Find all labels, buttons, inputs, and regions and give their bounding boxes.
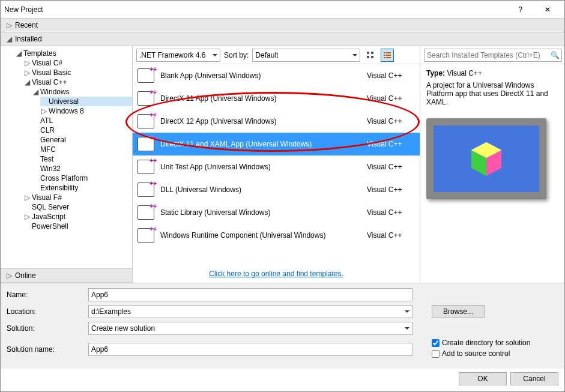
- tree-visual-fsharp[interactable]: ▷Visual F#: [23, 193, 132, 202]
- svg-rect-6: [384, 55, 385, 56]
- template-lang: Visual C++: [367, 71, 415, 80]
- tree-visual-basic[interactable]: ▷Visual Basic: [23, 68, 132, 77]
- solution-dropdown[interactable]: Create new solution: [88, 322, 412, 335]
- installed-label: Installed: [15, 35, 42, 43]
- chevron-down-icon: ◢: [7, 35, 13, 43]
- close-button[interactable]: ✕: [534, 2, 561, 17]
- description-text: A project for a Universal Windows Platfo…: [426, 81, 558, 106]
- chevron-right-icon: ▷: [25, 213, 31, 221]
- browse-button[interactable]: Browse...: [432, 305, 485, 318]
- sort-by-dropdown[interactable]: Default: [252, 49, 360, 62]
- template-blank-app[interactable]: ++Blank App (Universal Windows)Visual C+…: [133, 64, 420, 87]
- location-row: Location: d:\Examples Browse...: [7, 305, 558, 318]
- tree-general[interactable]: General: [32, 135, 132, 145]
- project-icon: ++: [137, 68, 154, 83]
- type-label: Type:: [426, 69, 445, 77]
- tree-label: Visual C++: [32, 78, 67, 86]
- cancel-button[interactable]: Cancel: [510, 372, 558, 385]
- template-lang: Visual C++: [367, 185, 415, 194]
- template-dx11-app[interactable]: ++DirectX 11 App (Universal Windows)Visu…: [133, 87, 420, 110]
- type-row: Type: Visual C++: [426, 69, 558, 77]
- recent-label: Recent: [15, 21, 38, 29]
- tree-win32[interactable]: Win32: [32, 164, 132, 173]
- bottom-panel: Name: Location: d:\Examples Browse... So…: [1, 283, 564, 369]
- view-list-button[interactable]: [381, 49, 394, 62]
- tree-windows[interactable]: ◢Windows: [32, 87, 132, 97]
- tree-templates[interactable]: ◢Templates: [15, 49, 132, 58]
- svg-rect-8: [384, 57, 385, 58]
- solution-name-input[interactable]: [88, 343, 412, 356]
- template-static-lib[interactable]: ++Static Library (Universal Windows)Visu…: [133, 201, 420, 224]
- help-button[interactable]: ?: [507, 2, 534, 17]
- template-unit-test-app[interactable]: ++Unit Test App (Universal Windows)Visua…: [133, 155, 420, 178]
- template-list: ++Blank App (Universal Windows)Visual C+…: [133, 64, 420, 265]
- online-templates-link-row: Click here to go online and find templat…: [133, 265, 420, 283]
- template-lang: Visual C++: [367, 231, 415, 240]
- project-icon: ++: [137, 137, 154, 151]
- tree-clr[interactable]: CLR: [32, 125, 132, 135]
- cube-icon: [465, 141, 507, 177]
- tree-test[interactable]: Test: [32, 154, 132, 164]
- recent-section[interactable]: ▷ Recent: [1, 19, 564, 32]
- template-winrt-component[interactable]: ++Windows Runtime Component (Universal W…: [133, 224, 420, 247]
- tree-visual-csharp[interactable]: ▷Visual C#: [23, 58, 132, 68]
- template-lang: Visual C++: [367, 117, 415, 125]
- tree-label: Cross Platform: [40, 174, 88, 182]
- tree-mfc[interactable]: MFC: [32, 145, 132, 154]
- tree-universal[interactable]: Universal: [40, 97, 132, 106]
- preview-image: [426, 118, 546, 199]
- solution-row: Solution: Create new solution: [7, 322, 558, 335]
- project-icon: ++: [137, 91, 154, 106]
- svg-rect-2: [367, 56, 369, 58]
- source-control-label: Add to source control: [442, 349, 510, 358]
- template-name: DirectX 12 App (Universal Windows): [160, 117, 361, 125]
- name-label: Name:: [7, 291, 85, 299]
- create-dir-label: Create directory for solution: [442, 339, 530, 347]
- create-dir-checkbox-row[interactable]: Create directory for solution: [432, 339, 530, 347]
- tree-atl[interactable]: ATL: [32, 116, 132, 125]
- tree-sql-server[interactable]: SQL Server: [23, 202, 132, 212]
- installed-section[interactable]: ◢ Installed: [1, 32, 564, 46]
- tree-visual-cpp[interactable]: ◢Visual C++: [23, 77, 132, 87]
- chevron-right-icon: ▷: [25, 193, 31, 202]
- chevron-right-icon: ▷: [25, 68, 31, 77]
- solution-name-label: Solution name:: [7, 345, 85, 354]
- tree-powershell[interactable]: PowerShell: [23, 222, 132, 231]
- tree-windows8[interactable]: ▷Windows 8: [40, 106, 132, 116]
- tree-label: Universal: [49, 97, 79, 106]
- source-control-checkbox-row[interactable]: Add to source control: [432, 349, 530, 358]
- online-section[interactable]: ▷ Online: [1, 268, 132, 283]
- tree-label: Win32: [40, 164, 61, 173]
- template-name: DLL (Universal Windows): [160, 185, 361, 194]
- svg-rect-9: [386, 57, 391, 58]
- list-icon: [383, 51, 391, 59]
- online-label: Online: [15, 271, 36, 280]
- main-body: ◢Templates ▷Visual C# ▷Visual Basic ◢Vis…: [1, 46, 564, 283]
- template-dll[interactable]: ++DLL (Universal Windows)Visual C++: [133, 178, 420, 201]
- tree-cross-platform[interactable]: Cross Platform: [32, 173, 132, 183]
- create-dir-checkbox[interactable]: [432, 339, 440, 347]
- source-control-checkbox[interactable]: [432, 350, 440, 358]
- svg-rect-0: [367, 52, 369, 54]
- tree-javascript[interactable]: ▷JavaScript: [23, 212, 132, 222]
- chevron-right-icon: ▷: [7, 21, 13, 29]
- tree-label: General: [40, 136, 66, 144]
- ok-button[interactable]: OK: [459, 372, 507, 385]
- tree-label: SQL Server: [32, 203, 69, 211]
- search-input[interactable]: [424, 49, 562, 62]
- checkbox-group: Create directory for solution Add to sou…: [432, 339, 530, 360]
- template-dx12-app[interactable]: ++DirectX 12 App (Universal Windows)Visu…: [133, 110, 420, 133]
- chevron-right-icon: ▷: [7, 271, 13, 280]
- template-name: DirectX 11 and XAML App (Universal Windo…: [160, 140, 361, 148]
- tree-extensibility[interactable]: Extensibility: [32, 183, 132, 193]
- location-input[interactable]: d:\Examples: [88, 305, 412, 318]
- view-small-icons-button[interactable]: [364, 49, 377, 62]
- online-templates-link[interactable]: Click here to go online and find templat…: [209, 270, 343, 278]
- center-panel: .NET Framework 4.6 Sort by: Default ++Bl…: [133, 46, 420, 283]
- template-lang: Visual C++: [367, 163, 415, 171]
- template-dx11-xaml-app[interactable]: ++DirectX 11 and XAML App (Universal Win…: [133, 133, 420, 155]
- search-row: 🔍: [420, 46, 564, 64]
- framework-dropdown[interactable]: .NET Framework 4.6: [136, 49, 220, 62]
- project-name-input[interactable]: [88, 288, 412, 301]
- search-icon[interactable]: 🔍: [549, 51, 561, 59]
